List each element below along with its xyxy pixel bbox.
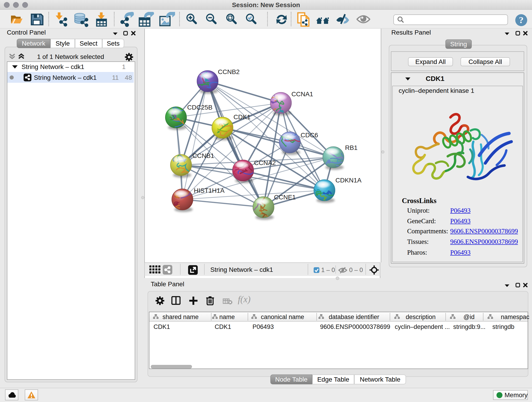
svg-text:CDK1: CDK1 bbox=[234, 114, 251, 121]
svg-text:CCNE1: CCNE1 bbox=[274, 194, 296, 201]
svg-text:?: ? bbox=[519, 15, 524, 25]
svg-text:CCNA1: CCNA1 bbox=[291, 90, 313, 98]
svg-text:CCNB1: CCNB1 bbox=[192, 152, 214, 159]
svg-text:RB1: RB1 bbox=[345, 144, 357, 151]
svg-text:CDC6: CDC6 bbox=[301, 132, 318, 139]
svg-text:CCNB2: CCNB2 bbox=[218, 68, 240, 75]
svg-text:HIST1H1A: HIST1H1A bbox=[194, 187, 225, 194]
svg-text:CDC25B: CDC25B bbox=[187, 104, 212, 111]
svg-text:CCNA2: CCNA2 bbox=[254, 159, 276, 166]
svg-text:CDKN1A: CDKN1A bbox=[336, 177, 361, 184]
